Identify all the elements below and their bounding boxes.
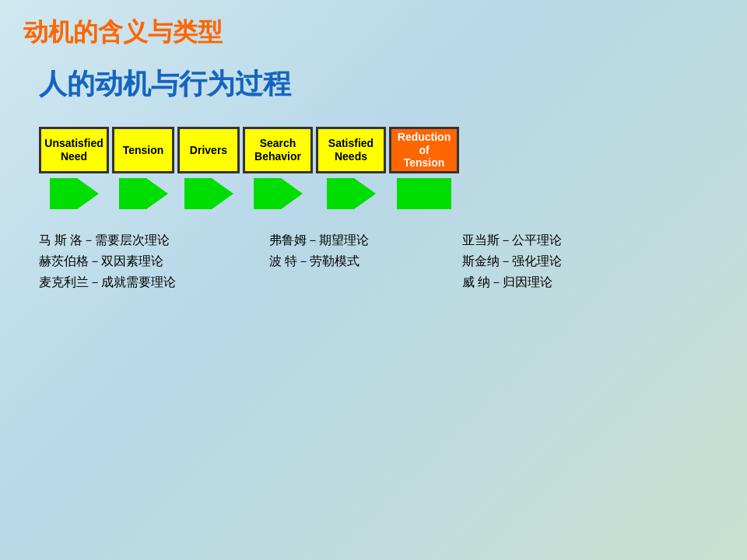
rect-reduction bbox=[397, 178, 451, 209]
page-title-top: 动机的含义与类型 bbox=[23, 16, 724, 50]
text-line-3-1: 亚当斯－公平理论 bbox=[462, 233, 562, 249]
arrow-tip-3 bbox=[212, 178, 233, 209]
text-line-2-1: 弗鲁姆－期望理论 bbox=[269, 233, 369, 249]
flow-diagram: UnsatisfiedNeed Tension Drivers Search bbox=[39, 127, 724, 209]
arrow-body-3 bbox=[184, 178, 212, 209]
text-line-1-2: 赫茨伯格－双因素理论 bbox=[39, 254, 176, 270]
arrow-tip-2 bbox=[146, 178, 168, 209]
box-drivers: Drivers bbox=[177, 127, 240, 173]
flow-item-unsatisfied: UnsatisfiedNeed bbox=[39, 127, 109, 209]
arrow-tip-5 bbox=[354, 178, 376, 209]
box-satisfied-needs: SatisfiedNeeds bbox=[316, 127, 386, 173]
arrow-body-2 bbox=[119, 178, 146, 209]
arrow-tip bbox=[77, 178, 99, 209]
text-column-3: 亚当斯－公平理论 斯金纳－强化理论 威 纳－归因理论 bbox=[462, 233, 562, 291]
box-reduction-tension: Reductionof Tension bbox=[389, 127, 459, 173]
arrow-body-4 bbox=[254, 178, 281, 209]
arrow-body bbox=[50, 178, 77, 209]
text-line-1-3: 麦克利兰－成就需要理论 bbox=[39, 275, 176, 291]
text-line-1-1: 马 斯 洛－需要层次理论 bbox=[39, 233, 176, 249]
flow-item-reduction: Reductionof Tension bbox=[389, 127, 459, 209]
box-unsatisfied-need: UnsatisfiedNeed bbox=[39, 127, 109, 173]
text-column-1: 马 斯 洛－需要层次理论 赫茨伯格－双因素理论 麦克利兰－成就需要理论 bbox=[39, 233, 176, 291]
arrow-drivers bbox=[184, 178, 233, 209]
arrow-satisfied bbox=[327, 178, 376, 209]
text-line-2-2: 波 特－劳勒模式 bbox=[269, 254, 369, 270]
arrow-unsatisfied bbox=[50, 178, 99, 209]
page-subtitle: 人的动机与行为过程 bbox=[39, 65, 724, 103]
arrow-tip-4 bbox=[281, 178, 303, 209]
arrow-body-5 bbox=[327, 178, 354, 209]
flow-item-search: SearchBehavior bbox=[243, 127, 313, 209]
text-line-3-2: 斯金纳－强化理论 bbox=[462, 254, 562, 270]
slide-container: 动机的含义与类型 人的动机与行为过程 UnsatisfiedNeed Tensi… bbox=[0, 0, 747, 560]
bottom-text-area: 马 斯 洛－需要层次理论 赫茨伯格－双因素理论 麦克利兰－成就需要理论 弗鲁姆－… bbox=[39, 233, 724, 291]
arrow-search bbox=[254, 178, 303, 209]
box-search-behavior: SearchBehavior bbox=[243, 127, 313, 173]
arrow-tension bbox=[119, 178, 168, 209]
text-line-3-3: 威 纳－归因理论 bbox=[462, 275, 562, 291]
flow-item-satisfied: SatisfiedNeeds bbox=[316, 127, 386, 209]
flow-item-tension: Tension bbox=[112, 127, 174, 209]
text-column-2: 弗鲁姆－期望理论 波 特－劳勒模式 bbox=[269, 233, 369, 291]
box-tension: Tension bbox=[112, 127, 174, 173]
flow-item-drivers: Drivers bbox=[177, 127, 240, 209]
